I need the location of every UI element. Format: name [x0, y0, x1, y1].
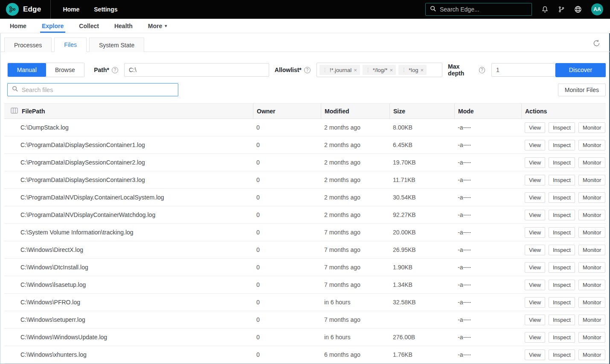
table-row[interactable]: C:\ProgramData\DisplaySessionContainer3.…: [4, 171, 606, 189]
nav-item-more[interactable]: More ▾: [148, 19, 167, 33]
inspect-button[interactable]: Inspect: [549, 297, 575, 308]
view-button[interactable]: View: [525, 175, 545, 185]
columns-icon[interactable]: [11, 107, 18, 115]
column-header-actions[interactable]: Actions: [521, 104, 606, 118]
inspect-button[interactable]: Inspect: [549, 350, 575, 360]
monitor-button[interactable]: Monitor: [578, 210, 605, 220]
monitor-button[interactable]: Monitor: [578, 122, 605, 133]
globe-icon[interactable]: [574, 6, 582, 13]
view-button[interactable]: View: [525, 350, 545, 360]
global-search-input[interactable]: [440, 6, 527, 13]
inspect-button[interactable]: Inspect: [549, 210, 575, 220]
table-row[interactable]: C:\Windows\DirectX.log 0 7 months ago 26…: [4, 241, 606, 259]
max-depth-input[interactable]: [491, 63, 555, 77]
drag-handle-icon[interactable]: ⋮: [366, 67, 371, 73]
drag-handle-icon[interactable]: ⋮: [322, 67, 328, 73]
table-row[interactable]: C:\Windows\xhunters.log 0 6 months ago 1…: [4, 346, 606, 364]
tab-processes[interactable]: Processes: [4, 38, 52, 52]
view-button[interactable]: View: [525, 332, 545, 343]
nav-item-collect[interactable]: Collect: [79, 19, 99, 33]
inspect-button[interactable]: Inspect: [549, 262, 575, 273]
view-button[interactable]: View: [525, 157, 545, 168]
table-row[interactable]: C:\Windows\WindowsUpdate.log 0 in 6 hour…: [4, 329, 606, 346]
column-header-modified[interactable]: Modified: [321, 104, 389, 118]
refresh-icon[interactable]: [593, 39, 601, 47]
column-header-owner[interactable]: Owner: [253, 104, 321, 118]
inspect-button[interactable]: Inspect: [549, 280, 575, 290]
global-search[interactable]: [425, 3, 532, 16]
monitor-button[interactable]: Monitor: [578, 280, 605, 290]
view-button[interactable]: View: [525, 122, 545, 133]
nav-item-explore[interactable]: Explore: [42, 19, 64, 33]
allowlist-tag[interactable]: ⋮ */log/* ×: [363, 65, 396, 75]
close-icon[interactable]: ×: [389, 67, 393, 73]
mode-manual-button[interactable]: Manual: [8, 63, 46, 77]
inspect-button[interactable]: Inspect: [549, 245, 575, 255]
nav-item-home[interactable]: Home: [10, 19, 26, 33]
help-icon[interactable]: ?: [479, 67, 485, 73]
monitor-button[interactable]: Monitor: [578, 297, 605, 308]
inspect-button[interactable]: Inspect: [549, 315, 575, 325]
monitor-button[interactable]: Monitor: [578, 157, 605, 168]
nav-item-health[interactable]: Health: [114, 19, 133, 33]
view-button[interactable]: View: [525, 210, 545, 220]
table-row[interactable]: C:\ProgramData\DisplaySessionContainer1.…: [4, 136, 606, 154]
files-search[interactable]: [7, 83, 178, 96]
column-header-size[interactable]: Size: [389, 104, 454, 118]
allowlist-input[interactable]: ⋮ !*.journal × ⋮ */log/* × ⋮ *log ×: [317, 63, 442, 77]
monitor-button[interactable]: Monitor: [578, 140, 605, 150]
table-row[interactable]: C:\Windows\setuperr.log 0 7 months ago -…: [4, 311, 606, 329]
help-icon[interactable]: ?: [112, 67, 118, 73]
monitor-button[interactable]: Monitor: [578, 192, 605, 203]
close-icon[interactable]: ×: [420, 67, 424, 73]
column-header-mode[interactable]: Mode: [454, 104, 521, 118]
inspect-button[interactable]: Inspect: [549, 122, 575, 133]
monitor-button[interactable]: Monitor: [578, 350, 605, 360]
branch-icon[interactable]: [558, 6, 565, 13]
inspect-button[interactable]: Inspect: [549, 192, 575, 203]
user-avatar[interactable]: AA: [591, 3, 603, 15]
view-button[interactable]: View: [525, 192, 545, 203]
table-row[interactable]: C:\Windows\PFRO.log 0 in 6 hours 32.58KB…: [4, 294, 606, 311]
drag-handle-icon[interactable]: ⋮: [401, 67, 407, 73]
monitor-button[interactable]: Monitor: [578, 315, 605, 325]
inspect-button[interactable]: Inspect: [549, 157, 575, 168]
inspect-button[interactable]: Inspect: [549, 227, 575, 238]
allowlist-tag[interactable]: ⋮ !*.journal ×: [320, 65, 360, 75]
monitor-button[interactable]: Monitor: [578, 245, 605, 255]
monitor-button[interactable]: Monitor: [578, 332, 605, 343]
inspect-button[interactable]: Inspect: [549, 332, 575, 343]
tab-system-state[interactable]: System State: [89, 38, 144, 52]
table-row[interactable]: C:\ProgramData\NVDisplayContainerWatchdo…: [4, 206, 606, 224]
table-row[interactable]: C:\Windows\lsasetup.log 0 7 months ago 1…: [4, 276, 606, 294]
tab-files[interactable]: Files: [54, 38, 87, 52]
discover-button[interactable]: Discover: [555, 63, 606, 77]
view-button[interactable]: View: [525, 245, 545, 255]
table-row[interactable]: C:\System Volume Information\tracking.lo…: [4, 224, 606, 241]
view-button[interactable]: View: [525, 140, 545, 150]
inspect-button[interactable]: Inspect: [549, 140, 575, 150]
table-row[interactable]: C:\ProgramData\NVDisplay.ContainerLocalS…: [4, 189, 606, 206]
table-row[interactable]: C:\Windows\DtcInstall.log 0 7 months ago…: [4, 259, 606, 276]
topbar-menu-settings[interactable]: Settings: [94, 6, 117, 13]
bell-icon[interactable]: [541, 6, 549, 13]
monitor-button[interactable]: Monitor: [578, 262, 605, 273]
allowlist-tag[interactable]: ⋮ *log ×: [398, 65, 427, 75]
monitor-button[interactable]: Monitor: [578, 227, 605, 238]
inspect-button[interactable]: Inspect: [549, 175, 575, 185]
files-search-input[interactable]: [22, 87, 174, 93]
monitor-button[interactable]: Monitor: [578, 175, 605, 185]
view-button[interactable]: View: [525, 280, 545, 290]
column-header-filepath[interactable]: FilePath: [4, 104, 253, 118]
close-icon[interactable]: ×: [354, 67, 357, 73]
view-button[interactable]: View: [525, 227, 545, 238]
monitor-files-button[interactable]: Monitor Files: [558, 84, 606, 96]
table-row[interactable]: C:\DumpStack.log 0 2 months ago 8.00KB -…: [4, 119, 606, 136]
view-button[interactable]: View: [525, 315, 545, 325]
help-icon[interactable]: ?: [304, 67, 311, 73]
topbar-menu-home[interactable]: Home: [63, 6, 79, 13]
table-row[interactable]: C:\ProgramData\DisplaySessionContainer2.…: [4, 154, 606, 171]
path-input[interactable]: [124, 63, 269, 77]
view-button[interactable]: View: [525, 262, 545, 273]
view-button[interactable]: View: [525, 297, 545, 308]
